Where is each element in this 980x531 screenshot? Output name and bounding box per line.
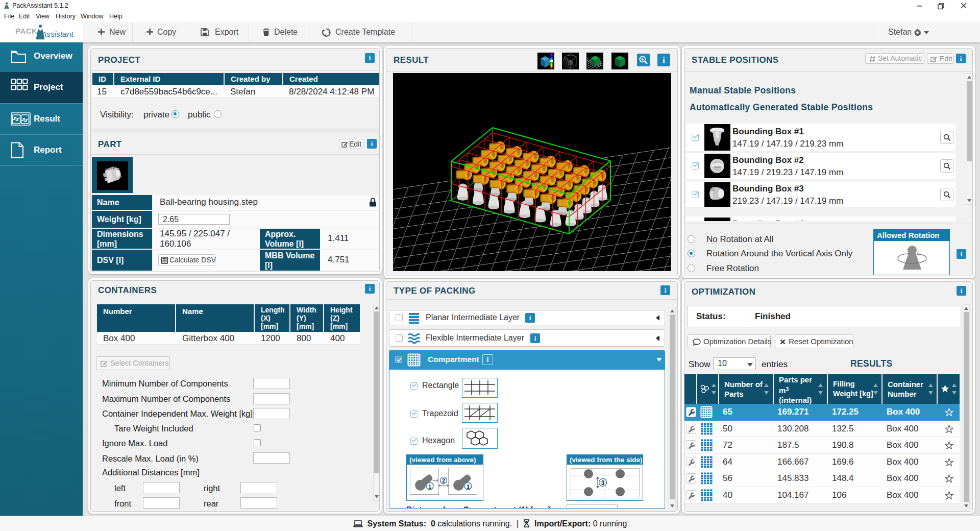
svg-text:1: 1 (467, 484, 470, 490)
svg-text:3: 3 (601, 479, 605, 487)
svg-text:2: 2 (442, 477, 445, 484)
svg-text:1: 1 (428, 484, 431, 490)
